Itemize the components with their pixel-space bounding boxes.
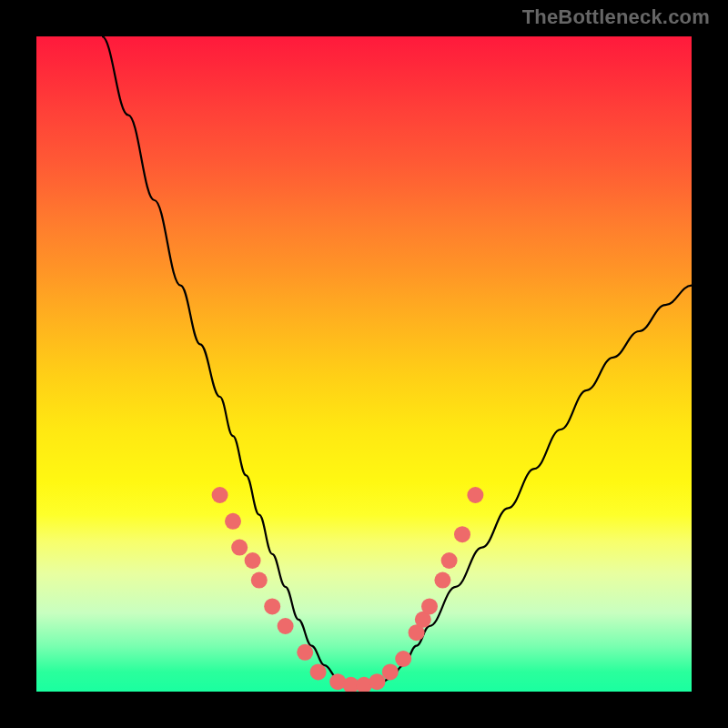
data-point-marker <box>245 552 261 569</box>
data-point-marker <box>212 487 228 503</box>
data-point-marker <box>251 572 268 589</box>
plot-area <box>36 36 692 692</box>
chart-frame: TheBottleneck.com <box>0 0 728 728</box>
data-point-marker <box>434 572 450 589</box>
data-point-marker <box>264 598 280 614</box>
data-point-marker <box>421 598 438 614</box>
data-point-marker <box>225 513 241 530</box>
curve-overlay <box>36 36 692 692</box>
data-point-marker <box>231 540 248 556</box>
watermark-text: TheBottleneck.com <box>522 5 710 29</box>
data-point-marker <box>278 618 294 634</box>
data-point-marker <box>297 644 313 661</box>
data-point-marker <box>441 552 458 569</box>
data-point-marker <box>395 651 411 667</box>
data-point-marker <box>310 663 327 680</box>
data-point-marker <box>382 663 399 680</box>
bottleneck-curve <box>102 36 692 685</box>
data-point-marker <box>369 673 385 690</box>
data-point-marker <box>454 526 470 542</box>
data-point-marker <box>467 487 483 503</box>
